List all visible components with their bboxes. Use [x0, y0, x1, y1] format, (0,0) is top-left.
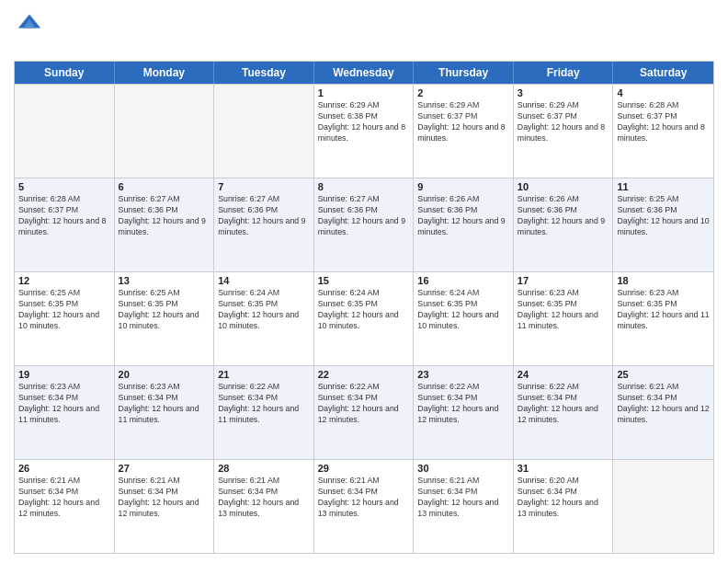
cell-sun-info: Sunrise: 6:23 AM Sunset: 6:35 PM Dayligh… [518, 288, 609, 332]
day-number: 21 [218, 369, 310, 380]
day-number: 15 [318, 275, 410, 286]
cell-sun-info: Sunrise: 6:23 AM Sunset: 6:34 PM Dayligh… [18, 382, 110, 426]
page: SundayMondayTuesdayWednesdayThursdayFrid… [0, 0, 728, 563]
calendar-cell: 28Sunrise: 6:21 AM Sunset: 6:34 PM Dayli… [214, 460, 314, 553]
cell-sun-info: Sunrise: 6:26 AM Sunset: 6:36 PM Dayligh… [518, 194, 609, 238]
day-number: 14 [218, 275, 310, 286]
cell-sun-info: Sunrise: 6:29 AM Sunset: 6:37 PM Dayligh… [417, 100, 509, 144]
cell-sun-info: Sunrise: 6:22 AM Sunset: 6:34 PM Dayligh… [417, 382, 509, 426]
day-number: 1 [318, 87, 410, 98]
calendar-cell: 23Sunrise: 6:22 AM Sunset: 6:34 PM Dayli… [414, 366, 514, 459]
calendar-cell: 15Sunrise: 6:24 AM Sunset: 6:35 PM Dayli… [314, 272, 415, 365]
day-number: 28 [218, 463, 310, 474]
calendar-cell: 30Sunrise: 6:21 AM Sunset: 6:34 PM Dayli… [414, 460, 514, 553]
cell-sun-info: Sunrise: 6:22 AM Sunset: 6:34 PM Dayligh… [518, 382, 609, 426]
day-number: 20 [119, 369, 210, 380]
header-day-monday: Monday [115, 62, 215, 84]
cell-sun-info: Sunrise: 6:21 AM Sunset: 6:34 PM Dayligh… [617, 382, 710, 426]
calendar-cell: 13Sunrise: 6:25 AM Sunset: 6:35 PM Dayli… [115, 272, 215, 365]
cell-sun-info: Sunrise: 6:21 AM Sunset: 6:34 PM Dayligh… [218, 476, 310, 520]
calendar-row: 12Sunrise: 6:25 AM Sunset: 6:35 PM Dayli… [15, 271, 713, 365]
cell-sun-info: Sunrise: 6:27 AM Sunset: 6:36 PM Dayligh… [318, 194, 410, 238]
day-number: 17 [518, 275, 609, 286]
calendar-cell: 16Sunrise: 6:24 AM Sunset: 6:35 PM Dayli… [414, 272, 514, 365]
day-number: 29 [318, 463, 410, 474]
calendar-cell: 11Sunrise: 6:25 AM Sunset: 6:36 PM Dayli… [613, 178, 713, 271]
calendar-cell: 20Sunrise: 6:23 AM Sunset: 6:34 PM Dayli… [115, 366, 215, 459]
calendar-cell: 14Sunrise: 6:24 AM Sunset: 6:35 PM Dayli… [214, 272, 314, 365]
cell-sun-info: Sunrise: 6:28 AM Sunset: 6:37 PM Dayligh… [617, 100, 710, 144]
day-number: 27 [119, 463, 210, 474]
calendar-cell: 4Sunrise: 6:28 AM Sunset: 6:37 PM Daylig… [613, 85, 713, 178]
day-number: 22 [318, 369, 410, 380]
cell-sun-info: Sunrise: 6:25 AM Sunset: 6:36 PM Dayligh… [617, 194, 710, 238]
day-number: 2 [417, 87, 509, 98]
calendar-cell: 8Sunrise: 6:27 AM Sunset: 6:36 PM Daylig… [314, 178, 415, 271]
calendar-cell: 9Sunrise: 6:26 AM Sunset: 6:36 PM Daylig… [414, 178, 514, 271]
cell-sun-info: Sunrise: 6:21 AM Sunset: 6:34 PM Dayligh… [119, 476, 210, 520]
day-number: 25 [617, 369, 710, 380]
cell-sun-info: Sunrise: 6:21 AM Sunset: 6:34 PM Dayligh… [417, 476, 509, 520]
calendar-cell: 25Sunrise: 6:21 AM Sunset: 6:34 PM Dayli… [613, 366, 713, 459]
calendar-cell: 27Sunrise: 6:21 AM Sunset: 6:34 PM Dayli… [115, 460, 215, 553]
calendar-cell: 6Sunrise: 6:27 AM Sunset: 6:36 PM Daylig… [115, 178, 215, 271]
day-number: 8 [318, 181, 410, 192]
day-number: 6 [119, 181, 210, 192]
cell-sun-info: Sunrise: 6:20 AM Sunset: 6:34 PM Dayligh… [518, 476, 609, 520]
calendar-cell: 17Sunrise: 6:23 AM Sunset: 6:35 PM Dayli… [514, 272, 614, 365]
calendar-cell: 26Sunrise: 6:21 AM Sunset: 6:34 PM Dayli… [15, 460, 115, 553]
logo [14, 9, 42, 53]
cell-sun-info: Sunrise: 6:27 AM Sunset: 6:36 PM Dayligh… [119, 194, 210, 238]
calendar-body: 1Sunrise: 6:29 AM Sunset: 6:38 PM Daylig… [15, 84, 713, 553]
calendar-row: 5Sunrise: 6:28 AM Sunset: 6:37 PM Daylig… [15, 178, 713, 271]
calendar-cell: 3Sunrise: 6:29 AM Sunset: 6:37 PM Daylig… [514, 85, 614, 178]
logo-icon [17, 9, 42, 35]
cell-sun-info: Sunrise: 6:21 AM Sunset: 6:34 PM Dayligh… [18, 476, 110, 520]
cell-sun-info: Sunrise: 6:24 AM Sunset: 6:35 PM Dayligh… [318, 288, 410, 332]
calendar-cell: 10Sunrise: 6:26 AM Sunset: 6:36 PM Dayli… [514, 178, 614, 271]
header-day-saturday: Saturday [613, 62, 713, 84]
day-number: 3 [518, 87, 609, 98]
day-number: 7 [218, 181, 310, 192]
calendar-cell [214, 85, 314, 178]
calendar-header: SundayMondayTuesdayWednesdayThursdayFrid… [15, 62, 713, 84]
calendar-row: 19Sunrise: 6:23 AM Sunset: 6:34 PM Dayli… [15, 365, 713, 459]
day-number: 24 [518, 369, 609, 380]
day-number: 12 [18, 275, 110, 286]
cell-sun-info: Sunrise: 6:29 AM Sunset: 6:37 PM Dayligh… [518, 100, 609, 144]
calendar-cell: 1Sunrise: 6:29 AM Sunset: 6:38 PM Daylig… [314, 85, 415, 178]
calendar-cell [115, 85, 215, 178]
calendar-cell: 24Sunrise: 6:22 AM Sunset: 6:34 PM Dayli… [514, 366, 614, 459]
header [14, 9, 714, 53]
day-number: 26 [18, 463, 110, 474]
calendar-cell: 29Sunrise: 6:21 AM Sunset: 6:34 PM Dayli… [314, 460, 415, 553]
day-number: 5 [18, 181, 110, 192]
calendar-cell: 22Sunrise: 6:22 AM Sunset: 6:34 PM Dayli… [314, 366, 415, 459]
header-day-sunday: Sunday [15, 62, 115, 84]
cell-sun-info: Sunrise: 6:24 AM Sunset: 6:35 PM Dayligh… [218, 288, 310, 332]
calendar-cell: 18Sunrise: 6:23 AM Sunset: 6:35 PM Dayli… [613, 272, 713, 365]
day-number: 4 [617, 87, 710, 98]
day-number: 11 [617, 181, 710, 192]
cell-sun-info: Sunrise: 6:24 AM Sunset: 6:35 PM Dayligh… [417, 288, 509, 332]
calendar-cell: 12Sunrise: 6:25 AM Sunset: 6:35 PM Dayli… [15, 272, 115, 365]
day-number: 13 [119, 275, 210, 286]
cell-sun-info: Sunrise: 6:23 AM Sunset: 6:34 PM Dayligh… [119, 382, 210, 426]
calendar-cell: 7Sunrise: 6:27 AM Sunset: 6:36 PM Daylig… [214, 178, 314, 271]
header-day-tuesday: Tuesday [214, 62, 314, 84]
cell-sun-info: Sunrise: 6:22 AM Sunset: 6:34 PM Dayligh… [218, 382, 310, 426]
cell-sun-info: Sunrise: 6:26 AM Sunset: 6:36 PM Dayligh… [417, 194, 509, 238]
day-number: 16 [417, 275, 509, 286]
calendar-cell [613, 460, 713, 553]
calendar-cell: 21Sunrise: 6:22 AM Sunset: 6:34 PM Dayli… [214, 366, 314, 459]
cell-sun-info: Sunrise: 6:28 AM Sunset: 6:37 PM Dayligh… [18, 194, 110, 238]
calendar-row: 1Sunrise: 6:29 AM Sunset: 6:38 PM Daylig… [15, 84, 713, 178]
header-day-friday: Friday [514, 62, 614, 84]
cell-sun-info: Sunrise: 6:25 AM Sunset: 6:35 PM Dayligh… [18, 288, 110, 332]
cell-sun-info: Sunrise: 6:21 AM Sunset: 6:34 PM Dayligh… [318, 476, 410, 520]
day-number: 18 [617, 275, 710, 286]
cell-sun-info: Sunrise: 6:22 AM Sunset: 6:34 PM Dayligh… [318, 382, 410, 426]
calendar-cell: 19Sunrise: 6:23 AM Sunset: 6:34 PM Dayli… [15, 366, 115, 459]
header-day-wednesday: Wednesday [314, 62, 415, 84]
header-day-thursday: Thursday [414, 62, 514, 84]
